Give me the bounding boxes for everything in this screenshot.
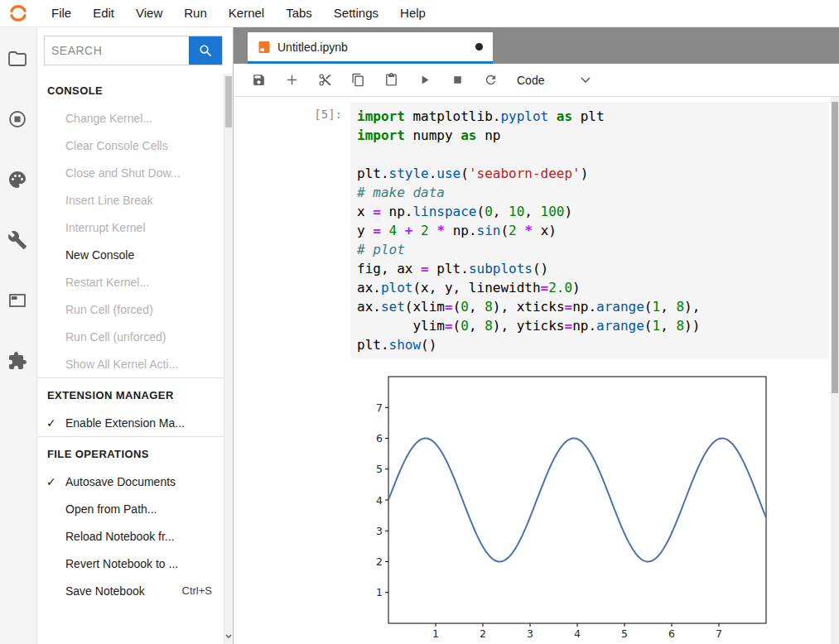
code-editor[interactable]: import matplotlib.pyplot as pltimport nu… bbox=[350, 102, 829, 359]
notebook-toolbar: Code bbox=[234, 64, 839, 97]
palette-section-header: CONSOLE bbox=[37, 74, 224, 104]
paste-cells-button[interactable] bbox=[374, 68, 407, 93]
palette-section: CONSOLEChange Kernel...Clear Console Cel… bbox=[37, 74, 224, 377]
menu-bar: FileEditViewRunKernelTabsSettingsHelp bbox=[0, 0, 839, 27]
code-line: import numpy as np bbox=[357, 126, 822, 145]
copy-cells-button[interactable] bbox=[341, 68, 374, 93]
palette-item[interactable]: ✓Enable Extension Ma... bbox=[37, 409, 224, 436]
shortcut-label: Ctrl+S bbox=[182, 584, 212, 597]
interrupt-kernel-button[interactable] bbox=[441, 68, 474, 93]
code-line: plt.show() bbox=[357, 335, 822, 354]
menu-kernel[interactable]: Kernel bbox=[218, 0, 275, 26]
palette-section-header: FILE OPERATIONS bbox=[37, 437, 224, 468]
svg-text:5: 5 bbox=[376, 463, 383, 475]
svg-text:1: 1 bbox=[432, 627, 439, 640]
svg-text:2: 2 bbox=[480, 627, 486, 640]
unsaved-indicator[interactable] bbox=[475, 43, 483, 50]
running-sessions-icon bbox=[7, 109, 27, 129]
insert-cell-below-button[interactable] bbox=[275, 68, 308, 93]
palette-item-label: Save Notebook bbox=[65, 584, 145, 598]
code-cell[interactable]: [5]: import matplotlib.pyplot as pltimpo… bbox=[234, 102, 829, 359]
palette-section-header: EXTENSION MANAGER bbox=[37, 378, 224, 409]
palette-item[interactable]: Open from Path... bbox=[37, 495, 224, 522]
code-line: fig, ax = plt.subplots() bbox=[357, 259, 822, 278]
palette-item-label: Insert Line Break bbox=[65, 194, 153, 207]
play-icon bbox=[417, 73, 432, 87]
code-line: ax.plot(x, y, linewidth=2.0) bbox=[357, 278, 822, 297]
svg-text:4: 4 bbox=[574, 627, 581, 640]
cell-type-dropdown[interactable]: Code bbox=[517, 74, 591, 87]
notebook-scrollbar[interactable] bbox=[831, 97, 839, 644]
svg-text:7: 7 bbox=[716, 627, 722, 640]
palette-item[interactable]: New Console bbox=[37, 241, 224, 268]
menu-view[interactable]: View bbox=[125, 0, 173, 26]
palette-item-label: Open from Path... bbox=[65, 502, 157, 516]
palette-item[interactable]: Revert Notebook to ... bbox=[37, 550, 224, 577]
run-cell-button[interactable] bbox=[407, 68, 441, 93]
code-line: y = 4 + 2 * np.sin(2 * x) bbox=[357, 221, 822, 240]
palette-item: Close and Shut Dow... bbox=[37, 159, 224, 186]
svg-text:3: 3 bbox=[376, 525, 383, 537]
palette-item: Run Cell (unforced) bbox=[37, 323, 224, 350]
menu-file[interactable]: File bbox=[41, 0, 82, 26]
palette-item[interactable]: Save NotebookCtrl+S bbox=[37, 577, 224, 604]
output-area: 12345671234567 bbox=[350, 372, 839, 641]
palette-item-label: Close and Shut Dow... bbox=[65, 166, 181, 180]
clipboard-icon bbox=[384, 73, 398, 87]
save-icon bbox=[252, 73, 266, 87]
jupyter-logo-icon bbox=[7, 2, 29, 24]
output-plot: 12345671234567 bbox=[374, 372, 769, 641]
sidebar-palette-icon[interactable] bbox=[7, 170, 29, 191]
menu-settings[interactable]: Settings bbox=[323, 0, 389, 26]
save-button[interactable] bbox=[242, 68, 275, 93]
sidebar-folder-icon[interactable] bbox=[7, 49, 29, 70]
palette-scrollbar-thumb[interactable] bbox=[225, 76, 232, 127]
menu-run[interactable]: Run bbox=[173, 0, 218, 26]
restart-kernel-button[interactable] bbox=[474, 68, 507, 93]
tab-untitled-ipynb[interactable]: Untitled.ipynb bbox=[248, 32, 493, 64]
notebook-scrollbar-thumb[interactable] bbox=[832, 102, 838, 393]
scroll-down-arrow-icon[interactable] bbox=[224, 631, 233, 642]
cell-type-label: Code bbox=[517, 74, 544, 87]
palette-item-label: Run Cell (unforced) bbox=[65, 330, 166, 344]
cut-cells-button[interactable] bbox=[308, 68, 341, 93]
plus-icon bbox=[285, 73, 299, 87]
sidebar-puzzle-icon[interactable] bbox=[7, 351, 29, 372]
sidebar-running-sessions-icon[interactable] bbox=[7, 109, 29, 131]
palette-item-label: Reload Notebook fr... bbox=[65, 530, 175, 543]
wrench-icon bbox=[7, 230, 27, 250]
palette-item-label: Interrupt Kernel bbox=[65, 221, 146, 234]
sidebar-open-tabs-icon[interactable] bbox=[7, 291, 29, 312]
menu-edit[interactable]: Edit bbox=[82, 0, 125, 26]
palette-item: Interrupt Kernel bbox=[37, 214, 224, 241]
palette-item[interactable]: ✓Autosave Documents bbox=[37, 468, 224, 495]
svg-text:4: 4 bbox=[376, 494, 383, 507]
palette-scrollbar[interactable] bbox=[224, 74, 233, 644]
palette-section: FILE OPERATIONS✓Autosave DocumentsOpen f… bbox=[37, 436, 224, 604]
palette-item: Change Kernel... bbox=[37, 104, 224, 132]
notebook-icon bbox=[258, 41, 271, 54]
notebook-area: [5]: import matplotlib.pyplot as pltimpo… bbox=[234, 97, 839, 644]
palette-icon bbox=[7, 170, 27, 190]
sidebar-wrench-icon[interactable] bbox=[7, 230, 29, 252]
search-input[interactable] bbox=[45, 36, 189, 65]
code-line: # make data bbox=[357, 183, 822, 202]
check-icon: ✓ bbox=[46, 475, 56, 488]
output-prompt bbox=[234, 372, 350, 641]
palette-item-label: Show All Kernel Acti... bbox=[65, 358, 178, 371]
code-line: ax.set(xlim=(0, 8), xticks=np.arange(1, … bbox=[357, 297, 822, 316]
palette-item[interactable]: Reload Notebook fr... bbox=[37, 522, 224, 550]
folder-icon bbox=[7, 49, 27, 69]
code-line: import matplotlib.pyplot as plt bbox=[357, 107, 822, 126]
menu-help[interactable]: Help bbox=[389, 0, 436, 26]
palette-section: EXTENSION MANAGER✓Enable Extension Ma... bbox=[37, 377, 224, 436]
svg-text:5: 5 bbox=[621, 627, 628, 640]
search-button[interactable] bbox=[189, 36, 222, 65]
svg-text:6: 6 bbox=[668, 627, 675, 640]
stop-icon bbox=[451, 73, 465, 87]
menu-tabs[interactable]: Tabs bbox=[275, 0, 323, 26]
palette-list: CONSOLEChange Kernel...Clear Console Cel… bbox=[37, 74, 224, 644]
svg-text:7: 7 bbox=[376, 401, 383, 414]
tab-title: Untitled.ipynb bbox=[277, 41, 348, 54]
scissors-icon bbox=[318, 73, 332, 87]
